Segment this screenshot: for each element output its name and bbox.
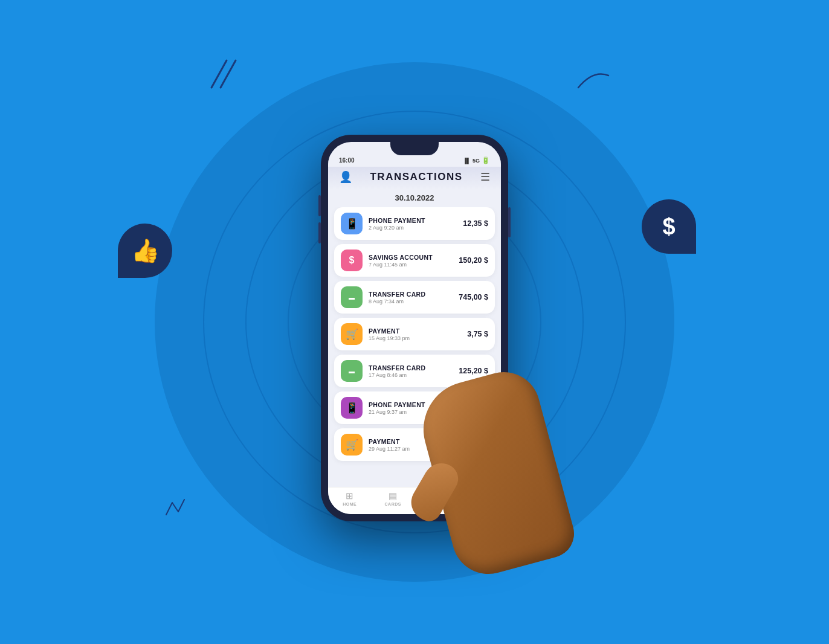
transaction-amount: 3,75 $ [467, 330, 488, 338]
transaction-item[interactable]: 🛒 PAYMENT 29 Aug 11:27 am 170,60 $ [334, 428, 495, 461]
transaction-name: PAYMENT [369, 327, 461, 335]
transaction-date-detail: 2 Aug 9:20 am [369, 225, 457, 231]
bottom-nav: ⊞ HOME ▤ CARDS 💳 PAYMENTS ··· MORE [328, 487, 501, 514]
payments-active-bg: 💳 [426, 485, 447, 505]
transaction-item[interactable]: ▬ TRANSFER CARD 17 Aug 8:46 am 125,20 $ [334, 355, 495, 387]
transaction-name: TRANSFER CARD [369, 291, 453, 298]
phone-notch [390, 142, 439, 155]
nav-item-cards[interactable]: ▤ CARDS [372, 491, 415, 510]
cards-label: CARDS [385, 502, 401, 506]
home-label: HOME [343, 502, 356, 506]
transaction-icon: 📱 [341, 397, 363, 419]
payments-label: PAYMENTS [424, 506, 449, 510]
transaction-date-detail: 7 Aug 11:45 am [369, 262, 453, 268]
nav-item-more[interactable]: ··· MORE [458, 491, 502, 510]
transaction-date: 30.10.2022 [328, 190, 501, 207]
phone-frame: 16:00 ▐▌ 5G 🔋 👤 TRANSACTIONS ☰ 30.10.202… [321, 135, 508, 521]
transaction-amount: 170,60 $ [459, 440, 488, 449]
transaction-date-detail: 29 Aug 11:27 am [369, 446, 453, 452]
transaction-amount: 15,00 $ [463, 404, 488, 412]
transaction-date-detail: 8 Aug 7:34 am [369, 298, 453, 304]
transaction-amount: 150,20 $ [459, 256, 488, 265]
status-bar: 16:00 ▐▌ 5G 🔋 [328, 155, 501, 167]
dollar-bubble: $ [642, 199, 696, 254]
nav-item-payments[interactable]: 💳 PAYMENTS [414, 491, 458, 510]
transaction-icon: 🛒 [341, 323, 363, 345]
transaction-item[interactable]: $ SAVINGS ACCOUNT 7 Aug 11:45 am 150,20 … [334, 244, 495, 277]
transaction-name: TRANSFER CARD [369, 364, 453, 372]
transaction-icon: ▬ [341, 286, 363, 308]
profile-icon[interactable]: 👤 [339, 170, 352, 184]
transactions-list: 📱 PHONE PAYMENT 2 Aug 9:20 am 12,35 $$ S… [328, 207, 501, 487]
transaction-item[interactable]: 🛒 PAYMENT 15 Aug 19:33 pm 3,75 $ [334, 318, 495, 350]
transaction-name: PHONE PAYMENT [369, 217, 457, 224]
transaction-item[interactable]: 📱 PHONE PAYMENT 21 Aug 9:37 am 15,00 $ [334, 391, 495, 424]
transaction-icon: 🛒 [341, 434, 363, 456]
transaction-icon: ▬ [341, 360, 363, 382]
menu-icon[interactable]: ☰ [480, 170, 490, 184]
transaction-date-detail: 21 Aug 9:37 am [369, 409, 457, 415]
signal-icon: ▐▌ [463, 158, 471, 164]
transaction-icon: 📱 [341, 213, 363, 234]
svg-line-0 [211, 60, 227, 88]
phone-scene: 16:00 ▐▌ 5G 🔋 👤 TRANSACTIONS ☰ 30.10.202… [321, 135, 508, 521]
transactions-list-inner: 📱 PHONE PAYMENT 2 Aug 9:20 am 12,35 $$ S… [334, 207, 495, 461]
network-type: 5G [473, 158, 480, 164]
app-header: 👤 TRANSACTIONS ☰ [328, 167, 501, 190]
transaction-icon: $ [341, 250, 363, 271]
more-label: MORE [473, 501, 486, 506]
transaction-amount: 12,35 $ [463, 219, 488, 228]
transaction-name: PHONE PAYMENT [369, 401, 457, 408]
transaction-item[interactable]: 📱 PHONE PAYMENT 2 Aug 9:20 am 12,35 $ [334, 207, 495, 240]
transaction-item[interactable]: ▬ TRANSFER CARD 8 Aug 7:34 am 745,00 $ [334, 281, 495, 314]
transaction-amount: 125,20 $ [459, 367, 488, 375]
svg-line-1 [221, 60, 236, 88]
battery-icon: 🔋 [482, 156, 490, 164]
payments-icon: 💳 [431, 490, 441, 500]
transaction-name: PAYMENT [369, 438, 453, 445]
transaction-date-detail: 17 Aug 8:46 am [369, 372, 453, 378]
transaction-date-detail: 15 Aug 19:33 pm [369, 335, 461, 341]
transaction-name: SAVINGS ACCOUNT [369, 254, 453, 261]
nav-item-home[interactable]: ⊞ HOME [328, 491, 372, 510]
home-icon: ⊞ [346, 491, 353, 501]
thumbs-up-bubble: 👍 [118, 224, 172, 278]
more-icon: ··· [476, 491, 483, 501]
status-time: 16:00 [339, 157, 355, 164]
cards-icon: ▤ [389, 491, 397, 501]
phone-screen: 16:00 ▐▌ 5G 🔋 👤 TRANSACTIONS ☰ 30.10.202… [328, 142, 501, 514]
app-title: TRANSACTIONS [370, 171, 462, 183]
transaction-amount: 745,00 $ [459, 293, 488, 301]
